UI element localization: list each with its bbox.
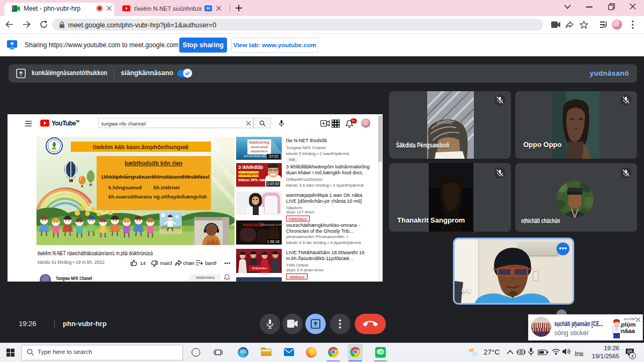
svg-text:bæbthodsŏb kôn rïan: bæbthodsŏb kôn rïan [125,160,182,166]
svg-text:tiwkĕm kâb kasn.ămphŏethungwâ: tiwkĕm kâb kasn.ămphŏethungwâ [93,144,189,150]
svg-text:kh.suansätharana: kh.suansätharana [108,194,152,200]
svg-text:ng.utthayänhængchät: ng.utthayänhængchät [153,194,207,200]
svg-text:1.khôdaipĕnlæ̈ngruabruamkhômul: 1.khôdaipĕnlæ̈ngruabruamkhômulsärasonthĕ… [101,174,209,180]
svg-text:kh.intêrnet: kh.intêrnet [153,184,180,190]
svg-text:k.hôngsamud: k.hôngsamud [108,184,142,190]
